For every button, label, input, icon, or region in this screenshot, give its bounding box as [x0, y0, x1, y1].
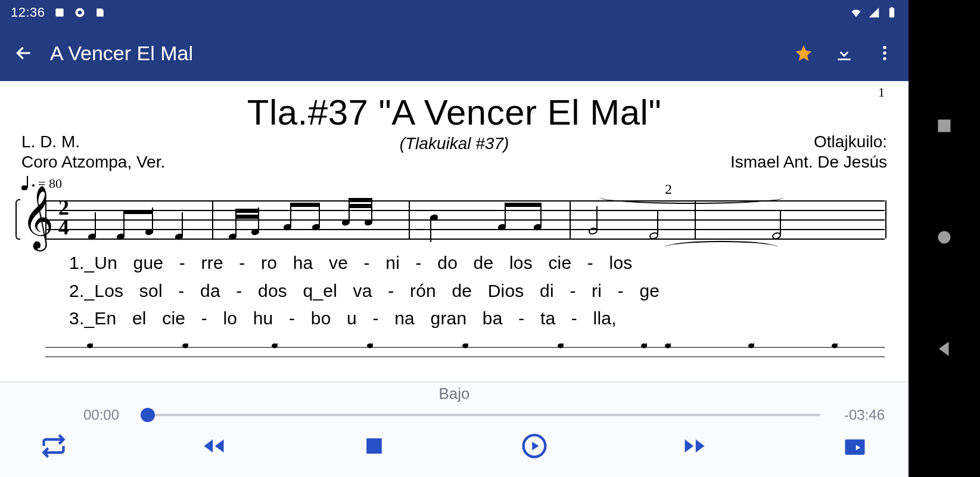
audio-player: Bajo 00:00 -03:46	[0, 382, 909, 477]
stop-button[interactable]	[356, 429, 392, 463]
track-label: Bajo	[0, 385, 909, 403]
page-title: A Vencer El Mal	[50, 42, 777, 65]
seek-thumb[interactable]	[141, 408, 155, 422]
elapsed-time: 00:00	[83, 407, 137, 423]
favorite-button[interactable]	[789, 39, 818, 67]
meta-right-1: Otlajkuilo:	[730, 132, 887, 152]
staff-brace	[15, 199, 20, 240]
music-staff: 𝄞 2 4 2	[45, 200, 885, 238]
lyrics-block: 1._Un gue - rre - ro ha ve - ni - do de …	[69, 249, 891, 333]
recent-apps-button[interactable]	[934, 115, 955, 139]
seek-bar-row: 00:00 -03:46	[0, 403, 909, 423]
music-staff-lower: 𝄢	[45, 343, 885, 370]
status-app-icon-3	[94, 7, 106, 18]
svg-rect-3	[889, 8, 894, 18]
playlist-button[interactable]	[837, 429, 873, 463]
remaining-time: -03:46	[831, 407, 885, 423]
signal-icon	[868, 7, 880, 18]
svg-rect-11	[938, 120, 951, 132]
svg-point-2	[77, 11, 82, 15]
notes	[45, 200, 885, 238]
wifi-icon	[850, 7, 862, 18]
lyric-line-2: 2._Los sol - da - dos q_el va - rón de D…	[69, 277, 891, 305]
repeat-button[interactable]	[36, 429, 71, 463]
system-nav-bar	[909, 0, 980, 477]
svg-point-7	[883, 57, 886, 60]
svg-point-12	[938, 231, 951, 243]
lyric-line-3: 3._En el cie - lo hu - bo u - na gran ba…	[69, 305, 891, 333]
device-frame: 12:36 A Vencer E	[0, 0, 909, 477]
app-bar: A Vencer El Mal	[0, 25, 909, 81]
overflow-menu-button[interactable]	[870, 39, 899, 67]
svg-rect-0	[55, 8, 63, 16]
play-button[interactable]	[517, 429, 552, 463]
meta-left-2: Coro Atzompa, Ver.	[21, 152, 165, 172]
score-title: Tla.#37 "A Vencer El Mal"	[18, 92, 891, 133]
svg-point-5	[883, 46, 886, 49]
rewind-button[interactable]	[196, 429, 232, 463]
meta-right-2: Ismael Ant. De Jesús	[730, 152, 887, 172]
svg-rect-10	[845, 439, 865, 455]
svg-rect-8	[366, 438, 382, 454]
svg-rect-4	[891, 7, 892, 8]
download-button[interactable]	[830, 39, 858, 67]
seek-bar[interactable]	[148, 414, 820, 416]
status-bar: 12:36	[0, 0, 909, 25]
back-button[interactable]	[10, 39, 38, 67]
status-app-icon-1	[54, 7, 66, 18]
home-button[interactable]	[934, 227, 955, 250]
svg-point-6	[883, 51, 886, 54]
back-system-button[interactable]	[934, 338, 955, 362]
meta-left-1: L. D. M.	[21, 132, 165, 152]
page-number: 1	[878, 85, 885, 100]
status-time: 12:36	[11, 5, 45, 20]
player-controls	[0, 423, 909, 463]
forward-button[interactable]	[677, 429, 713, 463]
battery-icon	[886, 7, 898, 18]
status-app-icon-2	[74, 7, 86, 18]
